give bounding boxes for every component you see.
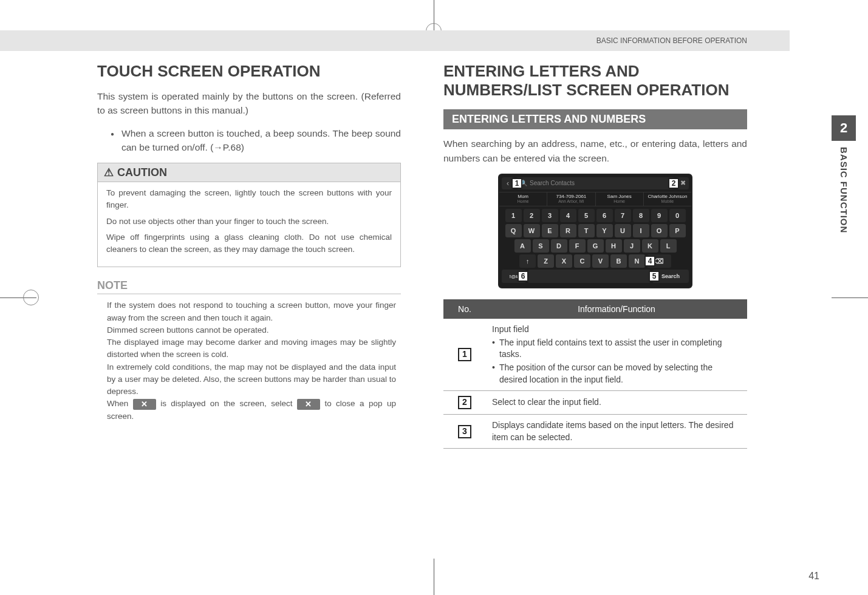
key: P: [669, 224, 686, 237]
key: F: [569, 239, 586, 253]
key: 2: [524, 209, 540, 222]
suggestion-sub: Ann Arbor, MI: [547, 199, 595, 204]
symbols-key: 6 !@#: [502, 270, 526, 283]
key: A: [514, 239, 531, 253]
key: 0: [669, 209, 686, 222]
note-item: If the system does not respond to touchi…: [107, 299, 396, 324]
caution-label: CAUTION: [117, 166, 167, 179]
suggestion: 734-709-2061 Ann Arbor, MI: [547, 192, 595, 206]
crop-mark: [23, 290, 39, 305]
suggestion-title: 734-709-2061: [547, 194, 595, 199]
close-icon: ✕: [297, 399, 320, 410]
left-intro: This system is operated mainly by the bu…: [97, 89, 401, 118]
note-item: The displayed image may become darker an…: [107, 336, 396, 361]
key: 1: [505, 209, 522, 222]
key: O: [651, 224, 668, 237]
row-text: Displays candidate items based on the in…: [486, 415, 747, 449]
key: W: [524, 224, 540, 237]
breadcrumb: BASIC INFORMATION BEFORE OPERATION: [596, 36, 747, 45]
left-column: TOUCH SCREEN OPERATION This system is op…: [97, 62, 401, 449]
key: S: [533, 239, 549, 253]
search-input: 1 🔍 Search Contacts: [516, 177, 674, 189]
caution-heading: ⚠ CAUTION: [98, 163, 400, 182]
header-strip: BASIC INFORMATION BEFORE OPERATION: [0, 30, 790, 51]
key: V: [592, 254, 609, 268]
suggestion-title: Charlotte Johnson: [644, 194, 691, 199]
key: K: [642, 239, 658, 253]
suggestion-sub: Home: [596, 199, 643, 204]
key: L: [660, 239, 677, 253]
note-item: In extremely cold conditions, the map ma…: [107, 361, 396, 398]
info-table: No. Information/Function 1 Input field T…: [443, 299, 747, 449]
shift-key: ↑: [519, 254, 536, 268]
key: Z: [538, 254, 554, 268]
suggestions-row: Mom Home 734-709-2061 Ann Arbor, MI Sam …: [499, 192, 691, 206]
text: Search: [661, 273, 680, 279]
chapter-number: 2: [832, 115, 856, 141]
page: BASIC INFORMATION BEFORE OPERATION TOUCH…: [73, 30, 790, 559]
key: 3: [542, 209, 558, 222]
row-text: Select to clear the input field.: [486, 391, 747, 415]
note-item: Dimmed screen buttons cannot be operated…: [107, 324, 396, 336]
callout-6: 6: [518, 271, 528, 282]
key: C: [574, 254, 590, 268]
text: is displayed on the screen, select: [160, 399, 297, 408]
crop-mark: [434, 559, 434, 595]
note-item-last: When ✕ is displayed on the screen, selec…: [107, 398, 396, 423]
left-title: TOUCH SCREEN OPERATION: [97, 62, 401, 81]
caution-item: Do not use objects other than your finge…: [106, 216, 392, 228]
key: J: [624, 239, 640, 253]
keyboard-illustration: ‹ 1 🔍 Search Contacts 2 ✖ Mo: [498, 174, 692, 288]
row-number: 2: [458, 396, 471, 409]
suggestion: Charlotte Johnson Mobile: [644, 192, 691, 206]
callout-5: 5: [649, 271, 660, 282]
space-key: [528, 270, 651, 283]
row-number: 1: [458, 348, 471, 361]
key: U: [615, 224, 631, 237]
suggestion-sub: Mobile: [644, 199, 691, 204]
key: X: [556, 254, 572, 268]
caution-item: Wipe off fingerprints using a glass clea…: [106, 231, 392, 256]
key: 9: [651, 209, 668, 222]
row-bullet: The input field contains text to assist …: [492, 337, 741, 361]
key: 6: [596, 209, 613, 222]
backspace-key: 4 ⌫: [647, 254, 671, 268]
table-head-no: No.: [443, 299, 486, 319]
key: 8: [633, 209, 649, 222]
key: G: [587, 239, 604, 253]
table-head-info: Information/Function: [486, 299, 747, 319]
key: D: [551, 239, 567, 253]
page-number: 41: [808, 571, 819, 582]
key: B: [610, 254, 627, 268]
right-title: ENTERING LETTERS AND NUMBERS/LIST SCREEN…: [443, 62, 747, 100]
key: 4: [560, 209, 576, 222]
close-icon: ✕: [133, 399, 156, 410]
key: 7: [615, 209, 631, 222]
suggestion: Sam Jones Home: [596, 192, 644, 206]
chapter-tab: 2 BASIC FUNCTION: [832, 115, 856, 233]
suggestion-title: Mom: [499, 194, 547, 199]
row-title: Input field: [492, 324, 741, 336]
key: R: [560, 224, 576, 237]
crop-mark: [832, 298, 868, 298]
section-bar: ENTERING LETTERS AND NUMBERS: [443, 109, 747, 129]
row-number: 3: [458, 425, 471, 438]
note-heading: NOTE: [97, 279, 401, 294]
key: E: [542, 224, 558, 237]
key: 5: [578, 209, 595, 222]
key: Q: [505, 224, 522, 237]
key: T: [578, 224, 595, 237]
key: N: [629, 254, 645, 268]
callout-2: 2: [668, 178, 679, 189]
right-intro: When searching by an address, name, etc.…: [443, 137, 747, 165]
left-bullet: When a screen button is touched, a beep …: [121, 126, 401, 155]
caution-item: To prevent damaging the screen, lightly …: [106, 187, 392, 212]
key: Y: [596, 224, 613, 237]
backspace-icon: ⌫: [654, 257, 664, 265]
table-row: 1 Input field The input field contains t…: [443, 319, 747, 390]
table-row: 3 Displays candidate items based on the …: [443, 415, 747, 449]
row-bullet: The position of the cursor can be moved …: [492, 362, 741, 386]
search-placeholder: Search Contacts: [530, 180, 575, 186]
suggestion-title: Sam Jones: [596, 194, 643, 199]
right-column: ENTERING LETTERS AND NUMBERS/LIST SCREEN…: [443, 62, 747, 449]
